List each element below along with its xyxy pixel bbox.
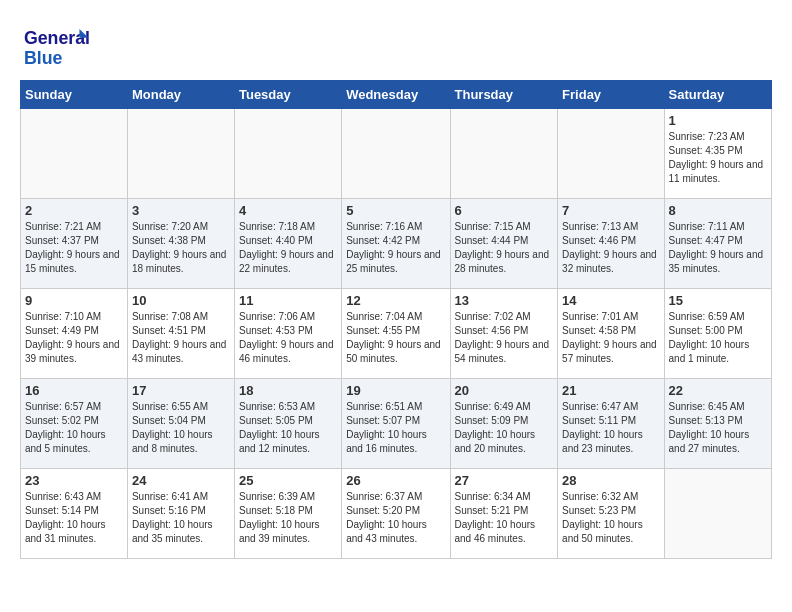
day-cell: 19Sunrise: 6:51 AM Sunset: 5:07 PM Dayli…	[342, 379, 450, 469]
day-number: 5	[346, 203, 445, 218]
day-info: Sunrise: 7:20 AM Sunset: 4:38 PM Dayligh…	[132, 220, 230, 276]
day-info: Sunrise: 6:32 AM Sunset: 5:23 PM Dayligh…	[562, 490, 659, 546]
day-cell	[342, 109, 450, 199]
day-cell: 10Sunrise: 7:08 AM Sunset: 4:51 PM Dayli…	[127, 289, 234, 379]
day-info: Sunrise: 7:06 AM Sunset: 4:53 PM Dayligh…	[239, 310, 337, 366]
day-info: Sunrise: 6:37 AM Sunset: 5:20 PM Dayligh…	[346, 490, 445, 546]
day-number: 19	[346, 383, 445, 398]
day-cell: 3Sunrise: 7:20 AM Sunset: 4:38 PM Daylig…	[127, 199, 234, 289]
day-info: Sunrise: 6:49 AM Sunset: 5:09 PM Dayligh…	[455, 400, 554, 456]
day-info: Sunrise: 6:34 AM Sunset: 5:21 PM Dayligh…	[455, 490, 554, 546]
day-number: 1	[669, 113, 767, 128]
day-number: 13	[455, 293, 554, 308]
day-info: Sunrise: 6:39 AM Sunset: 5:18 PM Dayligh…	[239, 490, 337, 546]
day-number: 28	[562, 473, 659, 488]
day-number: 24	[132, 473, 230, 488]
day-number: 4	[239, 203, 337, 218]
day-info: Sunrise: 7:01 AM Sunset: 4:58 PM Dayligh…	[562, 310, 659, 366]
day-info: Sunrise: 7:18 AM Sunset: 4:40 PM Dayligh…	[239, 220, 337, 276]
day-cell: 9Sunrise: 7:10 AM Sunset: 4:49 PM Daylig…	[21, 289, 128, 379]
day-cell: 16Sunrise: 6:57 AM Sunset: 5:02 PM Dayli…	[21, 379, 128, 469]
day-cell: 18Sunrise: 6:53 AM Sunset: 5:05 PM Dayli…	[234, 379, 341, 469]
day-number: 23	[25, 473, 123, 488]
day-number: 20	[455, 383, 554, 398]
day-info: Sunrise: 6:59 AM Sunset: 5:00 PM Dayligh…	[669, 310, 767, 366]
day-info: Sunrise: 7:10 AM Sunset: 4:49 PM Dayligh…	[25, 310, 123, 366]
day-cell	[664, 469, 771, 559]
day-info: Sunrise: 6:45 AM Sunset: 5:13 PM Dayligh…	[669, 400, 767, 456]
week-row-1: 2Sunrise: 7:21 AM Sunset: 4:37 PM Daylig…	[21, 199, 772, 289]
day-cell: 22Sunrise: 6:45 AM Sunset: 5:13 PM Dayli…	[664, 379, 771, 469]
day-cell: 14Sunrise: 7:01 AM Sunset: 4:58 PM Dayli…	[558, 289, 664, 379]
day-info: Sunrise: 7:23 AM Sunset: 4:35 PM Dayligh…	[669, 130, 767, 186]
day-cell	[234, 109, 341, 199]
day-info: Sunrise: 6:47 AM Sunset: 5:11 PM Dayligh…	[562, 400, 659, 456]
day-cell	[450, 109, 558, 199]
day-cell: 20Sunrise: 6:49 AM Sunset: 5:09 PM Dayli…	[450, 379, 558, 469]
day-info: Sunrise: 6:57 AM Sunset: 5:02 PM Dayligh…	[25, 400, 123, 456]
day-info: Sunrise: 6:55 AM Sunset: 5:04 PM Dayligh…	[132, 400, 230, 456]
day-number: 7	[562, 203, 659, 218]
day-info: Sunrise: 7:04 AM Sunset: 4:55 PM Dayligh…	[346, 310, 445, 366]
day-number: 18	[239, 383, 337, 398]
day-cell: 12Sunrise: 7:04 AM Sunset: 4:55 PM Dayli…	[342, 289, 450, 379]
day-info: Sunrise: 7:13 AM Sunset: 4:46 PM Dayligh…	[562, 220, 659, 276]
week-row-0: 1Sunrise: 7:23 AM Sunset: 4:35 PM Daylig…	[21, 109, 772, 199]
day-info: Sunrise: 6:51 AM Sunset: 5:07 PM Dayligh…	[346, 400, 445, 456]
day-cell	[21, 109, 128, 199]
day-info: Sunrise: 6:41 AM Sunset: 5:16 PM Dayligh…	[132, 490, 230, 546]
day-cell: 4Sunrise: 7:18 AM Sunset: 4:40 PM Daylig…	[234, 199, 341, 289]
day-info: Sunrise: 6:53 AM Sunset: 5:05 PM Dayligh…	[239, 400, 337, 456]
header-cell-wednesday: Wednesday	[342, 81, 450, 109]
day-number: 14	[562, 293, 659, 308]
day-cell	[127, 109, 234, 199]
day-cell: 11Sunrise: 7:06 AM Sunset: 4:53 PM Dayli…	[234, 289, 341, 379]
day-number: 15	[669, 293, 767, 308]
header-cell-sunday: Sunday	[21, 81, 128, 109]
day-cell: 7Sunrise: 7:13 AM Sunset: 4:46 PM Daylig…	[558, 199, 664, 289]
day-cell: 13Sunrise: 7:02 AM Sunset: 4:56 PM Dayli…	[450, 289, 558, 379]
day-number: 9	[25, 293, 123, 308]
day-cell	[558, 109, 664, 199]
day-info: Sunrise: 7:02 AM Sunset: 4:56 PM Dayligh…	[455, 310, 554, 366]
day-cell: 24Sunrise: 6:41 AM Sunset: 5:16 PM Dayli…	[127, 469, 234, 559]
logo: GeneralBlue	[20, 20, 90, 70]
day-cell: 2Sunrise: 7:21 AM Sunset: 4:37 PM Daylig…	[21, 199, 128, 289]
svg-text:Blue: Blue	[24, 48, 63, 68]
day-number: 6	[455, 203, 554, 218]
header-cell-saturday: Saturday	[664, 81, 771, 109]
day-cell: 21Sunrise: 6:47 AM Sunset: 5:11 PM Dayli…	[558, 379, 664, 469]
day-number: 10	[132, 293, 230, 308]
page-header: GeneralBlue	[20, 20, 772, 70]
day-number: 3	[132, 203, 230, 218]
day-cell: 15Sunrise: 6:59 AM Sunset: 5:00 PM Dayli…	[664, 289, 771, 379]
day-number: 22	[669, 383, 767, 398]
day-cell: 26Sunrise: 6:37 AM Sunset: 5:20 PM Dayli…	[342, 469, 450, 559]
header-cell-thursday: Thursday	[450, 81, 558, 109]
day-number: 12	[346, 293, 445, 308]
day-number: 26	[346, 473, 445, 488]
day-number: 25	[239, 473, 337, 488]
day-number: 11	[239, 293, 337, 308]
week-row-3: 16Sunrise: 6:57 AM Sunset: 5:02 PM Dayli…	[21, 379, 772, 469]
day-cell: 23Sunrise: 6:43 AM Sunset: 5:14 PM Dayli…	[21, 469, 128, 559]
day-info: Sunrise: 7:11 AM Sunset: 4:47 PM Dayligh…	[669, 220, 767, 276]
day-cell: 8Sunrise: 7:11 AM Sunset: 4:47 PM Daylig…	[664, 199, 771, 289]
day-cell: 27Sunrise: 6:34 AM Sunset: 5:21 PM Dayli…	[450, 469, 558, 559]
week-row-2: 9Sunrise: 7:10 AM Sunset: 4:49 PM Daylig…	[21, 289, 772, 379]
day-info: Sunrise: 7:21 AM Sunset: 4:37 PM Dayligh…	[25, 220, 123, 276]
day-cell: 5Sunrise: 7:16 AM Sunset: 4:42 PM Daylig…	[342, 199, 450, 289]
day-number: 17	[132, 383, 230, 398]
header-cell-friday: Friday	[558, 81, 664, 109]
day-cell: 25Sunrise: 6:39 AM Sunset: 5:18 PM Dayli…	[234, 469, 341, 559]
day-cell: 1Sunrise: 7:23 AM Sunset: 4:35 PM Daylig…	[664, 109, 771, 199]
day-number: 2	[25, 203, 123, 218]
day-number: 8	[669, 203, 767, 218]
day-number: 21	[562, 383, 659, 398]
logo-svg: GeneralBlue	[20, 20, 90, 70]
day-info: Sunrise: 7:16 AM Sunset: 4:42 PM Dayligh…	[346, 220, 445, 276]
day-cell: 6Sunrise: 7:15 AM Sunset: 4:44 PM Daylig…	[450, 199, 558, 289]
day-number: 16	[25, 383, 123, 398]
day-number: 27	[455, 473, 554, 488]
day-cell: 17Sunrise: 6:55 AM Sunset: 5:04 PM Dayli…	[127, 379, 234, 469]
